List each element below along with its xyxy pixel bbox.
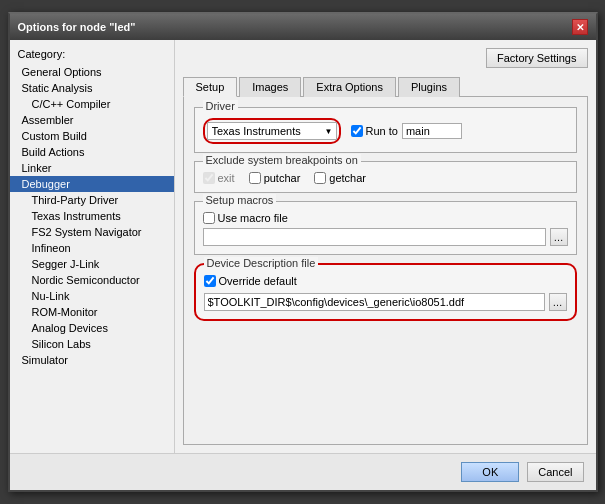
sidebar-item-nordic-semiconductor[interactable]: Nordic Semiconductor	[10, 272, 174, 288]
sidebar-item-infineon[interactable]: Infineon	[10, 240, 174, 256]
override-checkbox-label: Override default	[204, 275, 567, 287]
driver-select[interactable]: Texas Instruments Nordic Semiconductor S…	[207, 122, 337, 140]
sidebar-item-segger-j-link[interactable]: Segger J-Link	[10, 256, 174, 272]
exclude-section-title: Exclude system breakpoints on	[203, 154, 361, 166]
device-browse-button[interactable]: …	[549, 293, 567, 311]
exclude-section: Exclude system breakpoints on exit putch…	[194, 161, 577, 193]
sidebar-item-fs2-system-navigator[interactable]: FS2 System Navigator	[10, 224, 174, 240]
tab-content-setup: Driver Texas Instruments Nordic Semicond…	[183, 97, 588, 445]
sidebar-item-build-actions[interactable]: Build Actions	[10, 144, 174, 160]
factory-settings-row: Factory Settings	[183, 48, 588, 68]
macro-browse-button[interactable]: …	[550, 228, 568, 246]
title-bar: Options for node "led" ✕	[10, 14, 596, 40]
tabs-bar: Setup Images Extra Options Plugins	[183, 76, 588, 97]
getchar-checkbox-label: getchar	[314, 172, 366, 184]
run-to-row: Run to	[351, 123, 568, 139]
cancel-button[interactable]: Cancel	[527, 462, 583, 482]
driver-section-title: Driver	[203, 100, 238, 112]
tab-images[interactable]: Images	[239, 77, 301, 97]
driver-section: Driver Texas Instruments Nordic Semicond…	[194, 107, 577, 153]
getchar-label: getchar	[329, 172, 366, 184]
close-button[interactable]: ✕	[572, 19, 588, 35]
device-input-row: …	[204, 293, 567, 311]
sidebar-item-third-party-driver[interactable]: Third-Party Driver	[10, 192, 174, 208]
sidebar-item-custom-build[interactable]: Custom Build	[10, 128, 174, 144]
factory-settings-button[interactable]: Factory Settings	[486, 48, 587, 68]
putchar-checkbox-label: putchar	[249, 172, 301, 184]
macro-file-input[interactable]	[203, 228, 546, 246]
device-file-input[interactable]	[204, 293, 545, 311]
exit-label: exit	[218, 172, 235, 184]
run-to-label: Run to	[366, 125, 398, 137]
override-checkbox[interactable]	[204, 275, 216, 287]
putchar-checkbox[interactable]	[249, 172, 261, 184]
tab-setup[interactable]: Setup	[183, 77, 238, 97]
device-section: Device Description file Override default…	[194, 263, 577, 321]
sidebar-item-texas-instruments[interactable]: Texas Instruments	[10, 208, 174, 224]
use-macro-label: Use macro file	[203, 212, 568, 224]
tab-plugins[interactable]: Plugins	[398, 77, 460, 97]
getchar-checkbox[interactable]	[314, 172, 326, 184]
sidebar-item-rom-monitor[interactable]: ROM-Monitor	[10, 304, 174, 320]
sidebar-item-static-analysis[interactable]: Static Analysis	[10, 80, 174, 96]
sidebar-item-simulator[interactable]: Simulator	[10, 352, 174, 368]
dialog-title: Options for node "led"	[18, 21, 136, 33]
sidebar-item-analog-devices[interactable]: Analog Devices	[10, 320, 174, 336]
main-dialog: Options for node "led" ✕ Category: Gener…	[8, 12, 598, 492]
macro-input-row: …	[203, 228, 568, 246]
main-panel: Factory Settings Setup Images Extra Opti…	[175, 40, 596, 453]
macros-section: Setup macros Use macro file …	[194, 201, 577, 255]
sidebar-item-cpp-compiler[interactable]: C/C++ Compiler	[10, 96, 174, 112]
category-panel: Category: General Options Static Analysi…	[10, 40, 175, 453]
use-macro-text: Use macro file	[218, 212, 288, 224]
run-to-checkbox[interactable]	[351, 125, 363, 137]
putchar-label: putchar	[264, 172, 301, 184]
sidebar-item-general-options[interactable]: General Options	[10, 64, 174, 80]
bottom-bar: OK Cancel	[10, 453, 596, 490]
run-to-checkbox-label: Run to	[351, 125, 398, 137]
exit-checkbox	[203, 172, 215, 184]
use-macro-checkbox[interactable]	[203, 212, 215, 224]
run-to-input[interactable]	[402, 123, 462, 139]
driver-select-wrap: Texas Instruments Nordic Semiconductor S…	[203, 118, 341, 144]
override-label: Override default	[219, 275, 297, 287]
exclude-row: exit putchar getchar	[203, 172, 568, 184]
category-label: Category:	[10, 46, 174, 64]
sidebar-item-silicon-labs[interactable]: Silicon Labs	[10, 336, 174, 352]
device-section-title: Device Description file	[204, 257, 319, 269]
tab-extra-options[interactable]: Extra Options	[303, 77, 396, 97]
sidebar-item-debugger[interactable]: Debugger	[10, 176, 174, 192]
sidebar-item-nu-link[interactable]: Nu-Link	[10, 288, 174, 304]
dialog-body: Category: General Options Static Analysi…	[10, 40, 596, 453]
sidebar-item-linker[interactable]: Linker	[10, 160, 174, 176]
sidebar-item-assembler[interactable]: Assembler	[10, 112, 174, 128]
macros-section-title: Setup macros	[203, 194, 277, 206]
driver-row: Texas Instruments Nordic Semiconductor S…	[203, 118, 568, 144]
macros-row: Use macro file …	[203, 212, 568, 246]
ok-button[interactable]: OK	[461, 462, 519, 482]
exit-checkbox-label: exit	[203, 172, 235, 184]
